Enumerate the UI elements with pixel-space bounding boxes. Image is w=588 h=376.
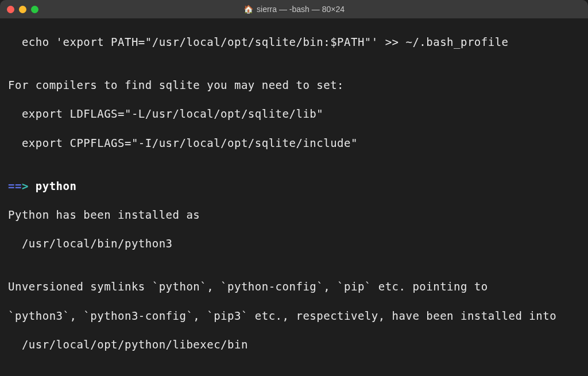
close-button[interactable]	[7, 6, 14, 13]
minimize-button[interactable]	[19, 6, 26, 13]
home-icon: 🏠	[243, 5, 253, 13]
output-line: /usr/local/opt/python/libexec/bin	[8, 338, 580, 352]
caveat-header: ==> python	[8, 179, 580, 193]
terminal-window: 🏠 sierra — -bash — 80×24 echo 'export PA…	[0, 0, 588, 376]
output-line: export CPPFLAGS="-I/usr/local/opt/sqlite…	[8, 136, 580, 150]
output-line: echo 'export PATH="/usr/local/opt/sqlite…	[8, 35, 580, 49]
arrow-icon: ==	[8, 180, 22, 192]
output-line: export LDFLAGS="-L/usr/local/opt/sqlite/…	[8, 107, 580, 121]
titlebar: 🏠 sierra — -bash — 80×24	[0, 0, 588, 18]
output-line: /usr/local/bin/python3	[8, 237, 580, 251]
window-title: 🏠 sierra — -bash — 80×24	[243, 5, 345, 14]
output-line: Python has been installed as	[8, 208, 580, 222]
terminal-output[interactable]: echo 'export PATH="/usr/local/opt/sqlite…	[0, 18, 588, 376]
output-line: `python3`, `python3-config`, `pip3` etc.…	[8, 309, 580, 323]
output-line: Unversioned symlinks `python`, `python-c…	[8, 280, 580, 294]
traffic-lights	[7, 6, 38, 13]
arrow-icon: >	[22, 180, 29, 192]
package-name: python	[36, 180, 77, 192]
maximize-button[interactable]	[31, 6, 38, 13]
output-line: For compilers to find sqlite you may nee…	[8, 78, 580, 92]
window-title-text: sierra — -bash — 80×24	[257, 5, 345, 14]
